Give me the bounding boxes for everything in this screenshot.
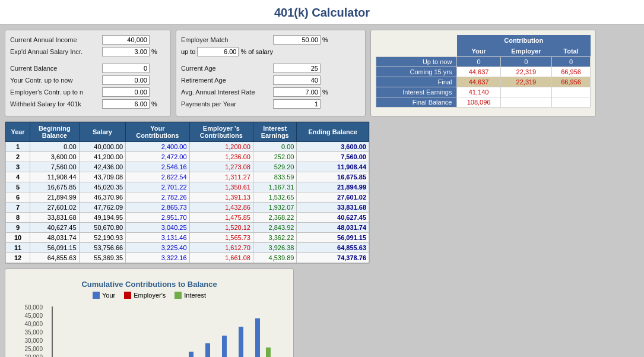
- bar-group: [222, 336, 237, 357]
- bar-your: [239, 327, 243, 357]
- right-top-panel: Contribution Your Employer Total Up to n…: [370, 30, 596, 116]
- cell-employer: 1,432.86: [189, 203, 253, 213]
- cell-year: 4: [6, 172, 30, 182]
- y-axis-label: 45,000: [19, 312, 43, 320]
- legend-employer: Employer's: [124, 292, 166, 299]
- current-age-input[interactable]: [273, 64, 321, 73]
- cell-your: 3,225.40: [126, 243, 189, 253]
- your-contrib-label: Your Contr. up to now: [10, 77, 102, 84]
- payments-input[interactable]: [273, 99, 321, 109]
- table-row: 1 0.00 40,000.00 2,400.00 1,200.00 0.00 …: [6, 142, 369, 152]
- coming-employer: 22,319: [500, 67, 551, 77]
- employer-match-pct: %: [322, 36, 328, 43]
- cell-your: 3,040.25: [126, 223, 189, 233]
- uptonow-total: 0: [552, 57, 591, 67]
- chart-area: 50,00045,00040,00035,00030,00025,00020,0…: [10, 304, 288, 357]
- coming-total: 66,956: [552, 67, 591, 77]
- retirement-age-input[interactable]: [273, 75, 321, 85]
- withheld-salary-input[interactable]: [102, 99, 150, 109]
- col-your-contributions: YourContributions: [126, 122, 189, 142]
- legend-your-box: [93, 292, 100, 299]
- salary-increase-input[interactable]: [102, 47, 150, 56]
- current-balance-input[interactable]: [102, 64, 150, 73]
- cell-your: 2,782.26: [126, 192, 189, 203]
- employer-contrib-input[interactable]: [102, 87, 150, 97]
- chart-legend: Your Employer's Interest: [10, 292, 288, 299]
- cell-begin: 64,855.63: [30, 253, 80, 263]
- current-income-label: Current Annual Income: [10, 36, 102, 43]
- page-title: 401(k) Calculator: [0, 0, 644, 25]
- chart-panel: Cumulative Contributions to Balance Your…: [5, 268, 294, 357]
- cell-salary: 47,762.09: [79, 203, 126, 213]
- final-total: 66,956: [552, 77, 591, 87]
- cell-ending: 11,908.44: [297, 162, 369, 172]
- cell-employer: 1,565.73: [189, 233, 253, 243]
- cell-salary: 43,709.08: [79, 172, 126, 182]
- employer-match-input[interactable]: [273, 35, 321, 45]
- your-contrib-input[interactable]: [102, 75, 150, 85]
- retirement-age-label: Retirement Age: [181, 77, 273, 84]
- coming-your: 44,637: [457, 67, 500, 77]
- cell-begin: 56,091.15: [30, 243, 80, 253]
- col-year: Year: [6, 122, 30, 142]
- col-employer-contributions: Employer 'sContributions: [189, 122, 253, 142]
- cell-begin: 40,627.45: [30, 223, 80, 233]
- cell-interest: 3,362.22: [253, 233, 297, 243]
- mid-top-panel: Employer Match % up to % of salary Curre…: [176, 30, 366, 116]
- cell-salary: 55,369.35: [79, 253, 126, 263]
- current-income-input[interactable]: [102, 35, 150, 45]
- of-salary-label: % of salary: [240, 48, 272, 55]
- cell-salary: 49,194.95: [79, 213, 126, 223]
- cell-interest: 3,926.38: [253, 243, 297, 253]
- table-row: 4 11,908.44 43,709.08 2,622.54 1,311.27 …: [6, 172, 369, 182]
- legend-interest-box: [175, 292, 182, 299]
- interest-value: 41,140: [457, 87, 500, 97]
- cell-begin: 33,831.68: [30, 213, 80, 223]
- cell-your: 2,546.16: [126, 162, 189, 172]
- cell-year: 1: [6, 142, 30, 152]
- cell-salary: 40,000.00: [79, 142, 126, 152]
- y-axis-label: 50,000: [19, 304, 43, 312]
- left-top-panel: Current Annual Income Exp'd Annual Salar…: [5, 30, 171, 116]
- contribution-table: Contribution Your Employer Total Up to n…: [376, 35, 591, 108]
- cell-interest: 4,539.89: [253, 253, 297, 263]
- cell-begin: 21,894.99: [30, 192, 80, 203]
- cell-year: 5: [6, 182, 30, 192]
- cell-your: 2,951.70: [126, 213, 189, 223]
- y-axis-label: 40,000: [19, 320, 43, 328]
- cell-ending: 48,031.74: [297, 223, 369, 233]
- y-axis-labels: 50,00045,00040,00035,00030,00025,00020,0…: [19, 304, 46, 357]
- up-to-input[interactable]: [197, 47, 239, 56]
- y-axis-label: 35,000: [19, 328, 43, 337]
- table-row: 3 7,560.00 42,436.00 2,546.16 1,273.08 5…: [6, 162, 369, 172]
- y-axis-label: 20,000: [19, 353, 43, 357]
- col-salary: Salary: [79, 122, 126, 142]
- bar-group: [255, 318, 271, 357]
- up-to-label: up to: [181, 48, 195, 55]
- legend-your: Your: [93, 292, 115, 299]
- cell-employer: 1,475.85: [189, 213, 253, 223]
- cell-your: 3,322.16: [126, 253, 189, 263]
- bar-chart: [52, 307, 274, 357]
- bar-interest: [266, 347, 271, 357]
- chart-title: Cumulative Contributions to Balance: [10, 274, 288, 292]
- cell-interest: 2,368.22: [253, 213, 297, 223]
- cell-begin: 7,560.00: [30, 162, 80, 172]
- cell-ending: 16,675.85: [297, 172, 369, 182]
- cell-year: 2: [6, 152, 30, 162]
- interest-rate-input[interactable]: [273, 87, 321, 97]
- table-row: 8 33,831.68 49,194.95 2,951.70 1,475.85 …: [6, 213, 369, 223]
- legend-interest: Interest: [175, 292, 206, 299]
- cell-ending: 7,560.00: [297, 152, 369, 162]
- cell-interest: 1,532.65: [253, 192, 297, 203]
- table-row: 7 27,601.02 47,762.09 2,865.73 1,432.86 …: [6, 203, 369, 213]
- finalbal-label: Final Balance: [376, 97, 457, 108]
- cell-your: 3,131.46: [126, 233, 189, 243]
- uptonow-employer: 0: [500, 57, 551, 67]
- bar-your: [255, 318, 260, 357]
- final-employer: 22,319: [500, 77, 551, 87]
- cell-your: 2,622.54: [126, 172, 189, 182]
- cell-interest: 833.59: [253, 172, 297, 182]
- cell-ending: 27,601.02: [297, 192, 369, 203]
- legend-employer-box: [124, 292, 131, 299]
